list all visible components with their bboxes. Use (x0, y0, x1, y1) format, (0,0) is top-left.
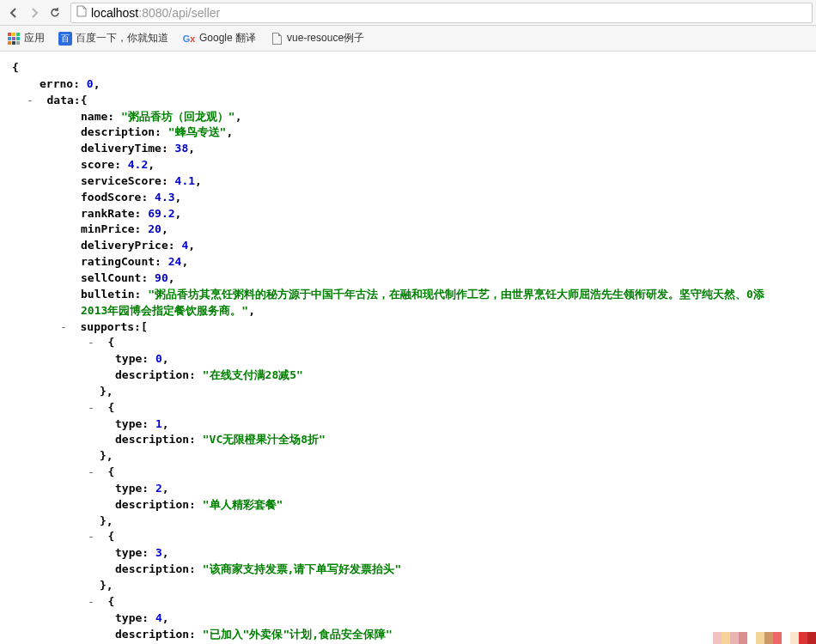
bookmark-apps[interactable]: 应用 (7, 31, 45, 46)
collapse-toggle[interactable]: - (88, 465, 94, 481)
decorative-pixels (713, 632, 816, 644)
address-bar[interactable]: localhost:8080/api/seller (70, 3, 813, 23)
bookmark-baidu-label: 百度一下，你就知道 (76, 31, 168, 46)
collapse-toggle[interactable]: - (60, 319, 67, 336)
bookmark-apps-label: 应用 (24, 31, 45, 46)
google-translate-icon: Gx (182, 32, 196, 46)
document-icon (270, 32, 283, 46)
collapse-toggle[interactable]: - (88, 594, 94, 611)
apps-icon (7, 32, 21, 46)
bookmark-google-translate[interactable]: Gx Google 翻译 (182, 31, 256, 46)
baidu-icon: 百 (58, 32, 72, 46)
url-rest: :8080/api/seller (138, 6, 220, 20)
collapse-toggle[interactable]: - (88, 335, 94, 351)
bookmark-baidu[interactable]: 百 百度一下，你就知道 (58, 31, 168, 46)
forward-button[interactable] (24, 3, 45, 23)
bookmarks-bar: 应用 百 百度一下，你就知道 Gx Google 翻译 vue-resouce例… (0, 26, 816, 52)
url-text[interactable]: localhost:8080/api/seller (91, 6, 807, 20)
back-button[interactable] (3, 3, 24, 23)
bookmark-vue-resource[interactable]: vue-resouce例子 (270, 31, 364, 46)
collapse-toggle[interactable]: - (88, 400, 94, 416)
page-icon (76, 5, 87, 20)
bookmark-vue-label: vue-resouce例子 (287, 31, 364, 46)
bookmark-google-label: Google 翻译 (199, 31, 256, 46)
collapse-toggle[interactable]: - (27, 93, 33, 109)
reload-button[interactable] (45, 3, 65, 23)
browser-toolbar: localhost:8080/api/seller (0, 0, 816, 26)
collapse-toggle[interactable]: - (88, 529, 94, 545)
json-viewer: { errno: 0, - data: { name: "粥品香坊（回龙观）",… (0, 52, 816, 644)
url-host: localhost (91, 6, 138, 20)
